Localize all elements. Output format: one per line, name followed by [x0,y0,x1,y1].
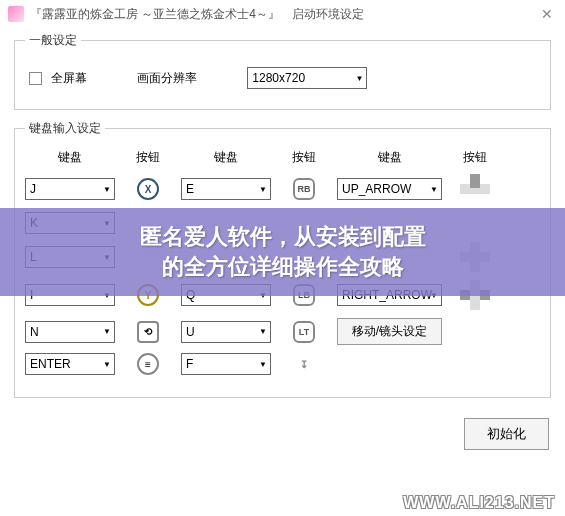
header-kb2: 键盘 [181,149,271,166]
table-row: N ⟲ U LT 移动/镜头设定 [25,318,540,345]
view-button-icon: ⟲ [137,321,159,343]
fullscreen-checkbox[interactable]: 全屏幕 [29,70,87,87]
general-settings-group: 一般设定 全屏幕 画面分辨率 1280x720 [14,32,551,110]
checkbox-icon [29,72,42,85]
table-row: J X E RB UP_ARROW [25,174,540,204]
rb-button-icon: RB [293,178,315,200]
key-select[interactable]: ENTER [25,353,115,375]
resolution-label: 画面分辨率 [137,70,197,87]
header-kb1: 键盘 [25,149,115,166]
key-select[interactable]: E [181,178,271,200]
move-camera-button[interactable]: 移动/镜头设定 [337,318,442,345]
lt-button-icon: LT [293,321,315,343]
resolution-select[interactable]: 1280x720 [247,67,367,89]
key-select[interactable]: F [181,353,271,375]
key-select[interactable]: UP_ARROW [337,178,442,200]
general-legend: 一般设定 [25,32,81,49]
header-btn1: 按钮 [123,149,173,166]
resolution-value: 1280x720 [252,71,305,85]
watermark: WWW.ALI213.NET [403,494,555,512]
titlebar: 『露露亚的炼金工房 ～亚兰德之炼金术士4～』 启动环境设定 ✕ [0,0,565,28]
app-icon [8,6,24,22]
key-select[interactable]: U [181,321,271,343]
header-btn3: 按钮 [450,149,500,166]
key-select[interactable]: N [25,321,115,343]
x-button-icon: X [137,178,159,200]
overlay-banner: 匿名爱人软件，从安装到配置 的全方位详细操作全攻略 [0,208,565,296]
keyboard-legend: 键盘输入设定 [25,120,105,137]
initialize-button[interactable]: 初始化 [464,418,549,450]
overlay-line2: 的全方位详细操作全攻略 [162,252,404,282]
close-icon[interactable]: ✕ [537,6,557,22]
header-btn2: 按钮 [279,149,329,166]
overlay-line1: 匿名爱人软件，从安装到配置 [140,222,426,252]
table-row: ENTER ≡ F ↧ [25,353,540,375]
window-title: 『露露亚的炼金工房 ～亚兰德之炼金术士4～』 启动环境设定 [30,6,537,23]
menu-button-icon: ≡ [137,353,159,375]
header-kb3: 键盘 [337,149,442,166]
fullscreen-label: 全屏幕 [51,70,87,87]
dpad-up-icon [460,174,490,204]
stick-down-icon: ↧ [293,353,315,375]
key-select[interactable]: J [25,178,115,200]
